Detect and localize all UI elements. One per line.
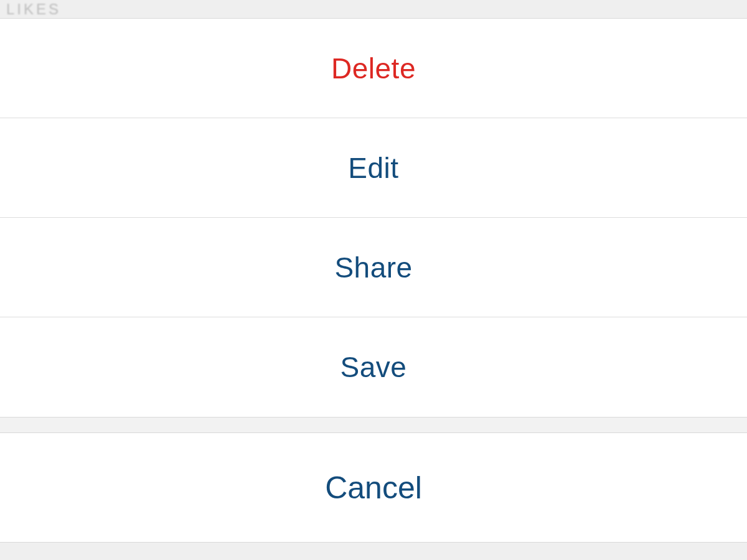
cancel-label: Cancel bbox=[325, 470, 422, 506]
action-label: Edit bbox=[348, 151, 398, 185]
share-button[interactable]: Share bbox=[0, 218, 747, 317]
edit-button[interactable]: Edit bbox=[0, 118, 747, 218]
cancel-button[interactable]: Cancel bbox=[0, 433, 747, 542]
action-group: Delete Edit Share Save bbox=[0, 19, 747, 417]
header-area: LIKES bbox=[0, 0, 747, 19]
header-fragment: LIKES bbox=[6, 1, 61, 18]
action-sheet: LIKES Delete Edit Share Save Cancel bbox=[0, 0, 747, 560]
save-button[interactable]: Save bbox=[0, 317, 747, 417]
cancel-group: Cancel bbox=[0, 433, 747, 542]
action-label: Save bbox=[341, 350, 407, 384]
action-label: Delete bbox=[331, 52, 416, 85]
footer-gap bbox=[0, 542, 747, 560]
delete-button[interactable]: Delete bbox=[0, 19, 747, 118]
action-label: Share bbox=[334, 251, 412, 284]
separator-gap bbox=[0, 417, 747, 433]
